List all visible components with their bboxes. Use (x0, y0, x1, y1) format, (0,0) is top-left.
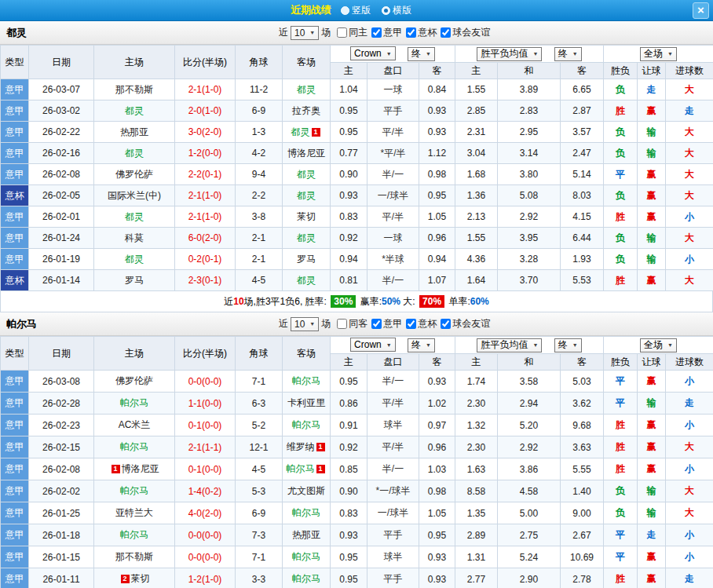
bookmaker-select[interactable]: Crown▼ (350, 46, 396, 60)
filter-checkbox[interactable]: 球会友谊 (441, 317, 490, 331)
home-odds-cell: 0.92 (331, 436, 367, 458)
avg-home-cell: 1.35 (455, 502, 498, 524)
col-header-date: 日期 (29, 46, 94, 79)
avg-draw-cell: 3.28 (498, 249, 561, 270)
avg-draw-cell: 5.00 (498, 502, 561, 524)
handicap-cell: 平/半 (367, 393, 419, 415)
result-cell: 胜 (604, 568, 638, 588)
league-type-cell: 意杯 (1, 270, 29, 291)
result-cell: 平 (604, 393, 638, 415)
team-name: 那不勒斯 (115, 551, 153, 562)
filter-checkbox[interactable]: 同主 (337, 26, 367, 39)
home-team-cell: 都灵 (94, 249, 175, 270)
match-count-select[interactable]: 10▼ (291, 26, 319, 40)
league-type-cell: 意甲 (1, 480, 29, 502)
corner-cell: 4-5 (236, 458, 283, 480)
page-title: 近期战绩 (291, 3, 331, 17)
team-name: 尤文图斯 (287, 485, 325, 496)
avg-away-cell: 3.57 (561, 122, 604, 143)
checkbox-input[interactable] (337, 319, 347, 329)
checkbox-input[interactable] (371, 27, 382, 38)
result-cell: 负 (604, 79, 638, 100)
team-name: 帕尔马 (287, 463, 315, 474)
handicap-cell: *一/球半 (367, 480, 419, 502)
odds-stage-select[interactable]: 终▼ (408, 338, 435, 352)
away-odds-cell: 0.95 (419, 524, 455, 546)
checkbox-input[interactable] (406, 27, 416, 38)
checkbox-input[interactable] (371, 319, 382, 329)
team-name: 博洛尼亚 (122, 463, 159, 474)
handicap-cell: 半/一 (367, 371, 419, 393)
layout-radio[interactable]: 竖版 (341, 4, 371, 17)
layout-radio[interactable]: 横版 (382, 4, 411, 17)
filter-checkbox[interactable]: 意甲 (371, 26, 402, 39)
filter-bar: 近 10▼ 场 同主意甲意杯球会友谊 (276, 26, 490, 40)
score-cell: 2-1(1-0) (175, 79, 236, 100)
league-type-cell: 意甲 (1, 228, 29, 249)
away-odds-cell: 0.97 (419, 415, 455, 436)
avg-draw-cell: 2.92 (498, 436, 561, 458)
summary-part: 大: (400, 295, 418, 309)
checkbox-input[interactable] (441, 319, 451, 329)
avg-type-select[interactable]: 胜平负均值▼ (477, 47, 542, 61)
date-cell: 26-02-05 (29, 185, 94, 206)
home-team-cell: 都灵 (94, 100, 175, 122)
bookmaker-select[interactable]: Crown▼ (350, 338, 396, 352)
match-row: 意甲26-02-23AC米兰0-1(0-0)5-2帕尔马0.91球半0.971.… (1, 415, 713, 436)
corner-cell: 11-2 (236, 79, 283, 100)
avg-type-select[interactable]: 胜平负均值▼ (477, 338, 542, 352)
avg-home-cell: 3.04 (455, 143, 498, 164)
goals-result-cell: 大 (666, 436, 713, 458)
avg-draw-cell: 3.89 (498, 79, 561, 100)
checkbox-label: 意甲 (383, 26, 402, 39)
filter-checkbox[interactable]: 同客 (337, 317, 367, 331)
filter-checkbox[interactable]: 意杯 (406, 26, 437, 39)
corner-cell: 9-4 (236, 164, 283, 185)
handicap-cell: 平/半 (367, 436, 419, 458)
chevron-down-icon: ▼ (532, 51, 538, 57)
team-name: 都灵 (291, 126, 310, 137)
goals-result-cell: 大 (666, 122, 713, 143)
scope-select[interactable]: 全场▼ (640, 338, 677, 352)
filter-games-label: 场 (321, 26, 331, 39)
avg-stage-select[interactable]: 终▼ (554, 47, 582, 61)
filter-checkbox[interactable]: 意甲 (371, 317, 402, 331)
odds-stage-select[interactable]: 终▼ (408, 47, 435, 61)
checkbox-input[interactable] (441, 27, 451, 38)
filter-checkbox[interactable]: 意杯 (406, 317, 437, 331)
match-row: 意甲26-01-112莱切1-2(1-0)3-3帕尔马0.95平手0.932.7… (1, 568, 713, 588)
avg-away-cell: 5.14 (561, 164, 604, 185)
match-count-select[interactable]: 10▼ (291, 317, 319, 331)
handicap-cell: 球半 (367, 546, 419, 568)
result-cell: 胜 (604, 100, 638, 122)
checkbox-input[interactable] (406, 319, 416, 329)
chevron-down-icon: ▼ (426, 342, 431, 348)
goals-result-cell: 走 (666, 568, 713, 588)
team-name: 帕尔马 (120, 485, 148, 496)
avg-away-cell: 1.40 (561, 480, 604, 502)
home-team-cell: 帕尔马 (94, 393, 175, 415)
home-odds-cell: 0.85 (331, 458, 367, 480)
team-name: 都灵 (125, 105, 144, 116)
avg-home-cell: 1.63 (455, 458, 498, 480)
chevron-down-icon: ▼ (309, 321, 315, 327)
filter-checkbox[interactable]: 球会友谊 (441, 26, 490, 39)
filter-checkbox-group: 同客意甲意杯球会友谊 (333, 317, 490, 331)
handicap-result-cell: 输 (638, 393, 666, 415)
avg-away-cell: 3.63 (561, 436, 604, 458)
handicap-result-cell: 赢 (638, 415, 666, 436)
scope-group-header: 全场▼ (604, 46, 713, 63)
scope-select[interactable]: 全场▼ (640, 47, 677, 61)
team-name: 都灵 (297, 169, 316, 180)
away-team-cell: 都灵 (283, 270, 331, 291)
corner-cell: 7-3 (236, 524, 283, 546)
result-cell: 平 (604, 546, 638, 568)
avg-home-cell: 2.30 (455, 436, 498, 458)
avg-stage-select[interactable]: 终▼ (554, 338, 582, 352)
goals-result-cell: 大 (666, 164, 713, 185)
team-name: 热那亚 (292, 529, 320, 540)
close-button[interactable]: × (693, 2, 709, 19)
team-name: 科莫 (125, 232, 144, 243)
checkbox-input[interactable] (337, 27, 347, 38)
red-card-badge: 1 (316, 465, 325, 473)
